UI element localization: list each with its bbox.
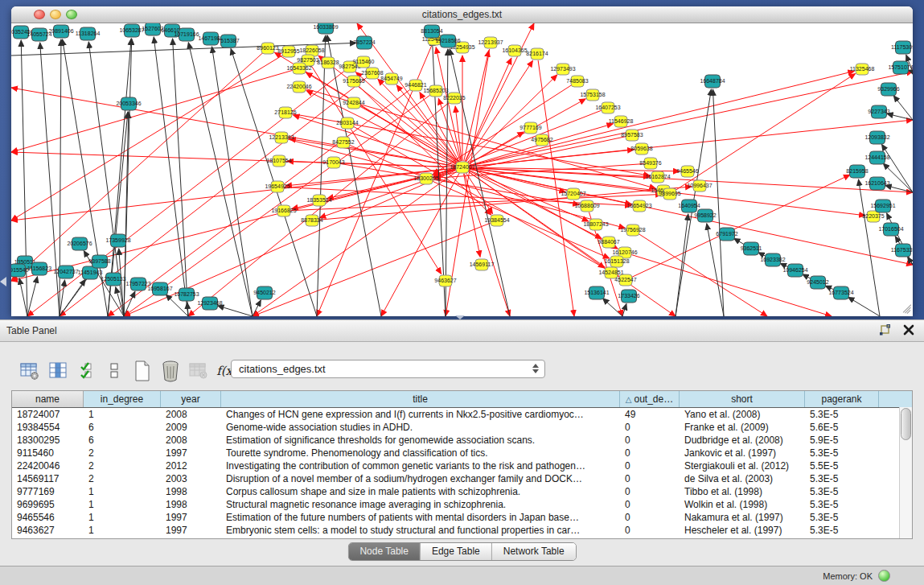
graph-node[interactable]: 12973493 (550, 64, 575, 75)
graph-node[interactable]: 11318264 (76, 27, 101, 40)
vertical-scrollbar[interactable] (899, 407, 912, 538)
window-titlebar[interactable]: citations_edges.txt (11, 6, 913, 23)
graph-node[interactable]: 16162874 (645, 171, 670, 183)
graph-node[interactable]: 9170043 (322, 157, 344, 168)
table-row[interactable]: 969969511998Structural magnetic resonanc… (12, 498, 912, 511)
graph-node[interactable]: 16648784 (700, 75, 725, 88)
graph-node[interactable]: 16543362 (286, 63, 311, 74)
column-header-title[interactable]: title (221, 391, 620, 407)
graph-node[interactable]: 10688609 (574, 200, 599, 212)
graph-node[interactable]: 12042737 (53, 266, 78, 278)
graph-node[interactable]: 17359928 (105, 234, 130, 247)
graph-node[interactable]: 10653287 (119, 24, 144, 37)
window-resize-grip[interactable] (900, 303, 911, 315)
graph-node[interactable]: 9245012 (807, 276, 828, 289)
graph-node[interactable]: 18807243 (583, 219, 608, 230)
graph-node[interactable]: 8813054 (421, 25, 442, 38)
graph-node[interactable]: 18107554 (266, 155, 291, 167)
graph-node[interactable]: 9777169 (519, 122, 541, 134)
graph-node[interactable]: 9227343 (868, 105, 889, 118)
table-row[interactable]: 1456911722003Disruption of a novel membe… (12, 472, 912, 485)
graph-node[interactable]: 12923468 (197, 297, 222, 310)
graph-node[interactable]: 16407253 (595, 102, 620, 113)
graph-node[interactable]: 9884067 (598, 237, 619, 248)
table-row[interactable]: 977716911998Corpus callosum shape and si… (12, 485, 912, 498)
graph-node[interactable]: 9362511 (741, 242, 762, 255)
table-row[interactable]: 946554611997Estimation of the future num… (12, 511, 912, 524)
network-canvas[interactable]: 1872400789601238912955182260589827503165… (11, 23, 913, 316)
graph-node[interactable]: 9450212 (253, 286, 275, 299)
float-window-icon[interactable] (877, 323, 892, 338)
table-row[interactable]: 911546021997Tourette syndrome. Phenomeno… (12, 447, 912, 459)
graph-node[interactable]: 11325468 (850, 64, 875, 75)
graph-node[interactable]: 2718126 (274, 107, 296, 118)
graph-node[interactable]: 1640954 (678, 200, 700, 212)
graph-node[interactable]: 9899695 (659, 188, 680, 200)
graph-node[interactable]: 11175309 (891, 41, 913, 54)
graph-node[interactable]: 12444158 (864, 151, 889, 164)
table-row[interactable]: 1938455462009Genome-wide association stu… (12, 421, 912, 434)
tab-network-table[interactable]: Network Table (491, 543, 576, 560)
tab-node-table[interactable]: Node Table (348, 543, 420, 560)
graph-node[interactable]: 9175685 (343, 76, 364, 87)
table-selector-dropdown[interactable]: citations_edges.txt (231, 360, 545, 378)
graph-node[interactable]: 12505133 (101, 273, 125, 286)
graph-node[interactable]: 20053346 (116, 97, 141, 110)
table-row[interactable]: 2242004622012Investigating the contribut… (12, 459, 912, 472)
graph-node[interactable]: 7515387 (217, 35, 239, 47)
table-settings-icon[interactable] (19, 360, 40, 382)
new-table-icon[interactable] (132, 360, 153, 382)
graph-node[interactable]: 7485083 (566, 76, 588, 87)
graph-node[interactable]: 7857224 (353, 36, 375, 49)
graph-node[interactable]: 8216174 (526, 48, 548, 60)
graph-node[interactable]: 19384554 (484, 215, 509, 226)
graph-node[interactable]: 16033809 (313, 23, 338, 34)
column-header-out_de[interactable]: △out_de… (620, 391, 680, 407)
graph-node[interactable]: 16654923 (626, 200, 651, 212)
row-height-icon[interactable] (104, 360, 125, 382)
graph-node[interactable]: 20206576 (67, 237, 92, 250)
graph-node[interactable]: 8186328 (317, 57, 339, 68)
select-column-icon[interactable] (47, 360, 68, 382)
graph-node[interactable]: 9329966 (877, 83, 899, 96)
graph-node[interactable]: 16958167 (147, 282, 172, 295)
graph-node[interactable]: 19654925 (265, 181, 290, 192)
column-header-year[interactable]: year (161, 391, 221, 407)
graph-node[interactable]: 4522547 (614, 274, 636, 286)
graph-node[interactable]: 8960123 (257, 43, 278, 54)
collapse-arrow-icon[interactable] (0, 277, 6, 286)
close-icon[interactable] (901, 323, 916, 338)
graph-node[interactable]: 6791972 (716, 228, 737, 241)
graph-node[interactable]: 9397588 (88, 255, 110, 268)
graph-node[interactable]: 15753158 (580, 89, 605, 101)
graph-node[interactable]: 16210643 (864, 177, 889, 190)
graph-node[interactable]: 8912955 (277, 46, 299, 57)
graph-node[interactable]: 10996437 (687, 180, 712, 192)
graph-node[interactable]: 9958922 (694, 209, 716, 222)
graph-node[interactable]: 8549376 (639, 158, 661, 169)
column-header-in_degree[interactable]: in_degree (84, 391, 161, 407)
scrollbar-thumb[interactable] (901, 408, 911, 440)
graph-node[interactable]: 12213343 (269, 132, 294, 143)
graph-node[interactable]: 12213937 (478, 37, 503, 48)
table-row[interactable]: 946362711997Embryonic stem cells: a mode… (12, 524, 912, 537)
destroy-table-icon[interactable] (188, 360, 209, 382)
graph-node[interactable]: 11546928 (609, 116, 634, 127)
graph-node[interactable]: 19756928 (620, 225, 645, 236)
graph-node[interactable]: 15136141 (584, 286, 609, 299)
column-header-short[interactable]: short (680, 391, 805, 407)
graph-node[interactable]: 8215958 (846, 165, 868, 178)
graph-node[interactable]: 16782753 (174, 288, 199, 301)
graph-node[interactable]: 12093832 (864, 131, 889, 144)
column-header-pagerank[interactable]: pagerank (805, 391, 879, 407)
graph-node[interactable]: 9463627 (434, 275, 456, 286)
graph-node[interactable]: 8957583 (621, 130, 643, 141)
select-rows-icon[interactable] (76, 360, 97, 382)
graph-node[interactable]: 17016504 (878, 223, 903, 236)
graph-node[interactable]: 20891406 (48, 25, 73, 38)
table-row[interactable]: 1872400712008Changes of HCN gene express… (12, 408, 912, 421)
graph-node[interactable]: 1733426 (618, 290, 639, 303)
graph-node[interactable]: 16104365 (502, 45, 527, 56)
graph-node[interactable]: 8454749 (380, 73, 402, 84)
table-row[interactable]: 1830029562008Estimation of significance … (12, 434, 912, 447)
